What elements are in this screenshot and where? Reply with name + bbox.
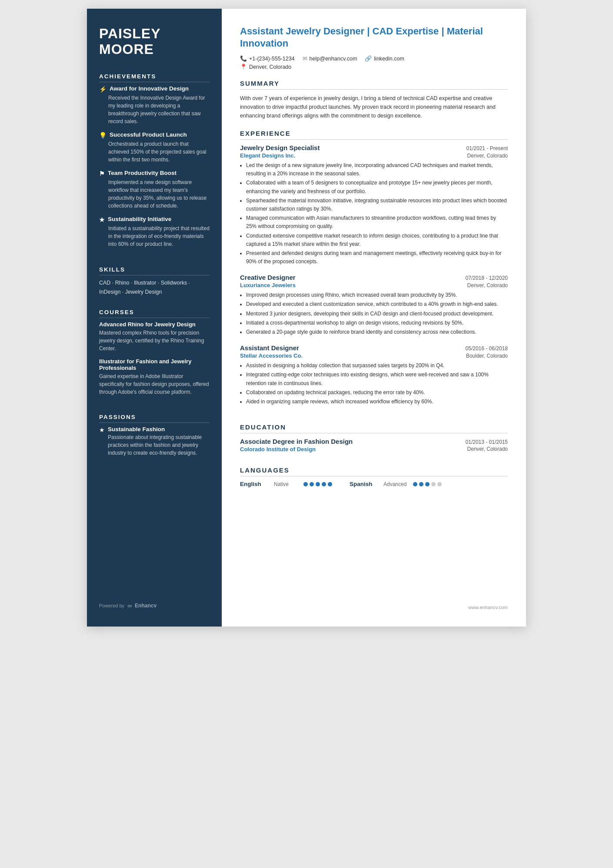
exp-bullet: Initiated a cross-departmental workshop … bbox=[246, 319, 508, 327]
passion-content: Sustainable Fashion Passionate about int… bbox=[108, 426, 210, 457]
phone-icon: 📞 bbox=[240, 55, 247, 62]
linkedin-icon: 🔗 bbox=[365, 55, 372, 62]
exp-bullet: Conducted extensive competitive market r… bbox=[246, 232, 508, 248]
contact-row-2: 📍 Denver, Colorado bbox=[240, 64, 508, 70]
course-title: Illustrator for Fashion and Jewelry Prof… bbox=[99, 358, 210, 371]
passions-title: PASSIONS bbox=[99, 414, 210, 423]
experience-title: EXPERIENCE bbox=[240, 130, 508, 140]
experience-entry: Assistant Designer 05/2016 - 06/2018 Ste… bbox=[240, 344, 508, 406]
exp-bullet: Improved design processes using Rhino, w… bbox=[246, 291, 508, 299]
lang-dots bbox=[413, 482, 442, 486]
exp-bullet: Generated a 20-page style guide to reinf… bbox=[246, 328, 508, 336]
courses-title: COURSES bbox=[99, 309, 210, 318]
passion-item: ★ Sustainable Fashion Passionate about i… bbox=[99, 426, 210, 457]
sidebar-footer: Powered by ∞ Enhancv bbox=[99, 594, 210, 609]
lang-name: Spanish bbox=[350, 481, 379, 487]
exp-company: Luxuriance Jewelers bbox=[240, 282, 296, 288]
location-contact: 📍 Denver, Colorado bbox=[240, 64, 291, 70]
lang-level: Native bbox=[274, 481, 299, 487]
email-value: help@enhancv.com bbox=[310, 56, 357, 62]
course-desc: Mastered complex Rhino tools for precisi… bbox=[99, 329, 210, 352]
exp-bullet: Aided in organizing sample reviews, whic… bbox=[246, 398, 508, 406]
exp-bullet: Assisted in designing a holiday collecti… bbox=[246, 362, 508, 370]
experience-entry: Jewelry Design Specialist 01/2021 - Pres… bbox=[240, 144, 508, 266]
achievement-icon: 💡 bbox=[99, 132, 107, 139]
achievement-desc: Implemented a new design software workfl… bbox=[99, 178, 210, 210]
email-icon: ✉ bbox=[303, 55, 307, 62]
achievement-desc: Initiated a sustainability project that … bbox=[99, 225, 210, 248]
edu-degree: Associate Degree in Fashion Design bbox=[240, 438, 353, 445]
achievement-icon: ⚑ bbox=[99, 170, 105, 177]
email-contact: ✉ help@enhancv.com bbox=[303, 55, 357, 62]
passion-icon: ★ bbox=[99, 426, 105, 433]
experience-entry: Creative Designer 07/2018 - 12/2020 Luxu… bbox=[240, 274, 508, 336]
exp-title: Jewelry Design Specialist bbox=[240, 144, 320, 151]
edu-date: 01/2013 - 01/2015 bbox=[466, 439, 508, 445]
lang-dot bbox=[425, 482, 430, 486]
edu-location: Denver, Colorado bbox=[467, 446, 508, 452]
main-content: Assistant Jewelry Designer | CAD Experti… bbox=[222, 9, 526, 627]
exp-bullet: Collaborated with a team of 5 designers … bbox=[246, 179, 508, 195]
course-desc: Gained expertise in Adobe Illustrator sp… bbox=[99, 372, 210, 396]
enhancv-brand: Enhancv bbox=[135, 603, 157, 609]
exp-bullet: Mentored 3 junior designers, developing … bbox=[246, 310, 508, 318]
lang-dot bbox=[328, 482, 332, 486]
achievement-item: ★ Sustainability Initiative Initiated a … bbox=[99, 216, 210, 248]
enhancv-icon: ∞ bbox=[127, 602, 132, 609]
phone-contact: 📞 +1-(234)-555-1234 bbox=[240, 55, 295, 62]
location-icon: 📍 bbox=[240, 64, 247, 70]
skills-title: SKILLS bbox=[99, 266, 210, 275]
lang-dot bbox=[419, 482, 423, 486]
resume-container: PAISLEYMOORE ACHIEVEMENTS ⚡ Award for In… bbox=[87, 9, 526, 627]
course-item: Illustrator for Fashion and Jewelry Prof… bbox=[99, 358, 210, 396]
exp-company: Elegant Designs Inc. bbox=[240, 152, 295, 159]
exp-date: 01/2021 - Present bbox=[466, 145, 508, 151]
achievement-desc: Received the Innovative Design Award for… bbox=[99, 94, 210, 125]
languages-section: LANGUAGES English Native Spanish Advance… bbox=[240, 466, 508, 487]
linkedin-value: linkedin.com bbox=[374, 56, 404, 62]
lang-dot bbox=[316, 482, 320, 486]
education-entry: Associate Degree in Fashion Design 01/20… bbox=[240, 438, 508, 452]
achievement-title: Successful Product Launch bbox=[110, 131, 187, 138]
courses-section: COURSES Advanced Rhino for Jewelry Desig… bbox=[99, 309, 210, 402]
passions-section: PASSIONS ★ Sustainable Fashion Passionat… bbox=[99, 414, 210, 460]
phone-value: +1-(234)-555-1234 bbox=[249, 56, 295, 62]
exp-bullet: Managed communication with Asian manufac… bbox=[246, 214, 508, 231]
education-title: EDUCATION bbox=[240, 423, 508, 433]
location-value: Denver, Colorado bbox=[249, 64, 291, 70]
exp-company: Stellar Accessories Co. bbox=[240, 352, 303, 359]
lang-dot bbox=[322, 482, 326, 486]
summary-title: SUMMARY bbox=[240, 80, 508, 90]
exp-bullet: Presented and defended designs during te… bbox=[246, 249, 508, 266]
achievements-section: ACHIEVEMENTS ⚡ Award for Innovative Desi… bbox=[99, 73, 210, 254]
languages-row: English Native Spanish Advanced bbox=[240, 481, 508, 487]
skills-section: SKILLS CAD · Rhino · Illustrator · Solid… bbox=[99, 266, 210, 297]
lang-dots bbox=[303, 482, 332, 486]
exp-location: Denver, Colorado bbox=[467, 282, 508, 288]
exp-title: Assistant Designer bbox=[240, 344, 299, 352]
course-title: Advanced Rhino for Jewelry Design bbox=[99, 321, 210, 328]
exp-location: Boulder, Colorado bbox=[466, 353, 508, 359]
skills-list: CAD · Rhino · Illustrator · Solidworks ·… bbox=[99, 278, 210, 297]
passion-title: Sustainable Fashion bbox=[108, 426, 210, 432]
lang-dot bbox=[303, 482, 308, 486]
lang-dot bbox=[437, 482, 442, 486]
lang-dot bbox=[310, 482, 314, 486]
exp-bullets: Led the design of a new signature jewelr… bbox=[240, 161, 508, 266]
achievement-item: ⚑ Team Productivity Boost Implemented a … bbox=[99, 170, 210, 210]
lang-dot bbox=[413, 482, 417, 486]
exp-bullet: Spearheaded the material innovation init… bbox=[246, 197, 508, 213]
edu-school: Colorado Institute of Design bbox=[240, 446, 316, 452]
course-item: Advanced Rhino for Jewelry Design Master… bbox=[99, 321, 210, 352]
achievements-title: ACHIEVEMENTS bbox=[99, 73, 210, 82]
achievement-item: ⚡ Award for Innovative Design Received t… bbox=[99, 85, 210, 125]
exp-title: Creative Designer bbox=[240, 274, 296, 281]
lang-name: English bbox=[240, 481, 270, 487]
language-item: English Native bbox=[240, 481, 332, 487]
languages-title: LANGUAGES bbox=[240, 466, 508, 476]
linkedin-contact: 🔗 linkedin.com bbox=[365, 55, 404, 62]
exp-bullets: Assisted in designing a holiday collecti… bbox=[240, 362, 508, 406]
achievement-desc: Orchestrated a product launch that achie… bbox=[99, 140, 210, 164]
candidate-name: PAISLEYMOORE bbox=[99, 26, 210, 57]
contact-row-1: 📞 +1-(234)-555-1234 ✉ help@enhancv.com 🔗… bbox=[240, 55, 508, 62]
